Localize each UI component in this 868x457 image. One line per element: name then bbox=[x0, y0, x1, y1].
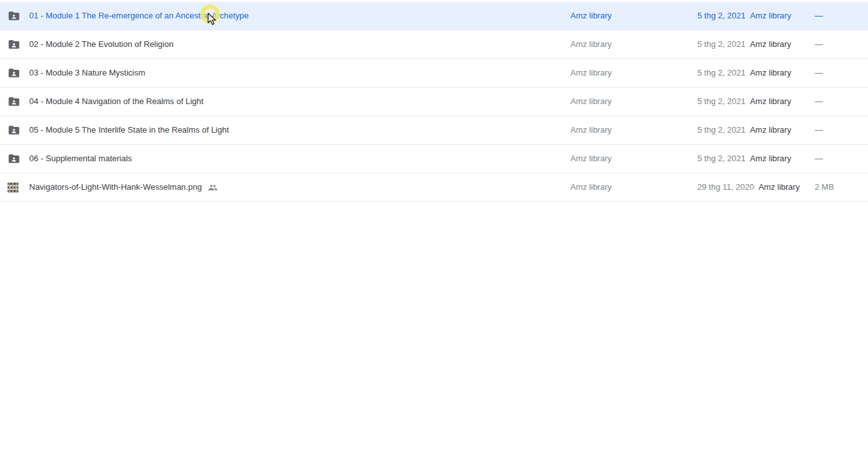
modified-date: 29 thg 11, 2020 bbox=[697, 173, 754, 201]
file-owner: Amz library bbox=[570, 59, 612, 87]
file-row-module-3[interactable]: 03 - Module 3 Nature Mysticism Amz libra… bbox=[0, 59, 868, 88]
file-modified: 5 thg 2, 2021 Amz library bbox=[697, 145, 791, 173]
file-modified: 5 thg 2, 2021 Amz library bbox=[697, 30, 791, 58]
file-row-module-2[interactable]: 02 - Module 2 The Evolution of Religion … bbox=[0, 30, 868, 59]
modified-date: 5 thg 2, 2021 bbox=[697, 30, 746, 58]
file-name-with-badge[interactable]: Navigators-of-Light-With-Hank-Wesselman.… bbox=[29, 173, 218, 201]
file-owner: Amz library bbox=[570, 30, 612, 58]
file-row-module-5[interactable]: 05 - Module 5 The Interlife State in the… bbox=[0, 116, 868, 145]
file-name[interactable]: 04 - Module 4 Navigation of the Realms o… bbox=[29, 88, 204, 116]
file-name[interactable]: 06 - Supplemental materials bbox=[29, 145, 132, 173]
file-row-module-4[interactable]: 04 - Module 4 Navigation of the Realms o… bbox=[0, 88, 868, 116]
shared-folder-icon bbox=[8, 30, 20, 58]
file-owner: Amz library bbox=[570, 88, 612, 116]
file-owner: Amz library bbox=[570, 145, 612, 173]
shared-folder-icon bbox=[8, 145, 20, 173]
image-thumbnail-icon bbox=[8, 173, 18, 201]
shared-folder-icon bbox=[8, 116, 20, 144]
people-icon bbox=[208, 183, 218, 192]
file-row-supplemental[interactable]: 06 - Supplemental materials Amz library … bbox=[0, 145, 868, 173]
file-modified: 5 thg 2, 2021 Amz library bbox=[697, 88, 791, 116]
file-row-image[interactable]: Navigators-of-Light-With-Hank-Wesselman.… bbox=[0, 173, 868, 202]
modified-by: Amz library bbox=[750, 30, 791, 58]
file-size: — bbox=[815, 116, 823, 144]
file-name[interactable]: Navigators-of-Light-With-Hank-Wesselman.… bbox=[29, 173, 202, 201]
file-modified: 5 thg 2, 2021 Amz library bbox=[697, 116, 791, 144]
modified-date: 5 thg 2, 2021 bbox=[697, 59, 746, 87]
file-name[interactable]: 02 - Module 2 The Evolution of Religion bbox=[29, 30, 173, 58]
shared-folder-icon bbox=[8, 59, 20, 87]
file-name[interactable]: 03 - Module 3 Nature Mysticism bbox=[29, 59, 145, 87]
modified-by: Amz library bbox=[750, 145, 791, 173]
file-name[interactable]: 05 - Module 5 The Interlife State in the… bbox=[29, 116, 229, 144]
file-modified: 5 thg 2, 2021 Amz library bbox=[697, 59, 791, 87]
file-row-module-1[interactable]: 01 - Module 1 The Re-emergence of an Anc… bbox=[0, 2, 868, 30]
file-size: — bbox=[815, 88, 823, 116]
file-owner: Amz library bbox=[570, 2, 612, 30]
modified-by: Amz library bbox=[750, 59, 791, 87]
file-size: — bbox=[815, 2, 823, 30]
file-name[interactable]: 01 - Module 1 The Re-emergence of an Anc… bbox=[29, 2, 249, 30]
modified-date: 5 thg 2, 2021 bbox=[697, 88, 746, 116]
modified-by: Amz library bbox=[758, 173, 799, 201]
drive-file-list-page: { "colors": { "selected_row_bg": "#e8f0f… bbox=[0, 0, 868, 457]
file-size: 2 MB bbox=[815, 173, 834, 201]
modified-by: Amz library bbox=[750, 88, 791, 116]
shared-folder-icon bbox=[8, 88, 20, 116]
shared-folder-icon bbox=[8, 2, 20, 30]
file-size: — bbox=[815, 145, 823, 173]
modified-by: Amz library bbox=[750, 116, 791, 144]
file-modified: 5 thg 2, 2021 Amz library bbox=[697, 2, 791, 30]
modified-by: Amz library bbox=[750, 2, 791, 30]
modified-date: 5 thg 2, 2021 bbox=[697, 2, 746, 30]
file-size: — bbox=[815, 30, 823, 58]
file-owner: Amz library bbox=[570, 116, 612, 144]
file-owner: Amz library bbox=[570, 173, 612, 201]
modified-date: 5 thg 2, 2021 bbox=[697, 145, 746, 173]
file-size: — bbox=[815, 59, 823, 87]
file-modified: 29 thg 11, 2020 Amz library bbox=[697, 173, 799, 201]
file-list: 01 - Module 1 The Re-emergence of an Anc… bbox=[0, 2, 868, 202]
modified-date: 5 thg 2, 2021 bbox=[697, 116, 746, 144]
